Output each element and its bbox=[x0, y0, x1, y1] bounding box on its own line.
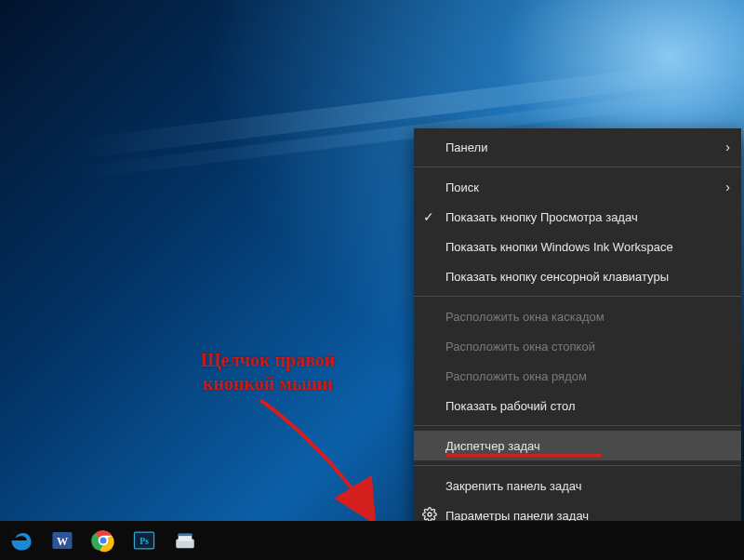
chevron-right-icon: › bbox=[725, 140, 730, 154]
ctx-label: Расположить окна стопкой bbox=[445, 340, 595, 353]
ctx-label: Показать кнопку Просмотра задач bbox=[445, 210, 638, 224]
annotation-arrow bbox=[242, 389, 391, 538]
taskbar-context-menu: Панели › Поиск › ✓ Показать кнопку Просм… bbox=[414, 128, 741, 534]
menu-separator bbox=[414, 167, 741, 167]
ctx-show-desktop[interactable]: Показать рабочий стол bbox=[414, 391, 741, 420]
chrome-icon bbox=[91, 528, 115, 553]
ctx-task-manager[interactable]: Диспетчер задач bbox=[414, 431, 741, 460]
scanner-icon bbox=[173, 528, 197, 553]
annotation-underline bbox=[445, 454, 602, 457]
ctx-label: Показать рабочий стол bbox=[445, 399, 575, 413]
desktop-wallpaper[interactable]: Щелчок правой кнопкой мыши Панели › Поис… bbox=[0, 0, 744, 560]
taskbar-chrome[interactable] bbox=[87, 525, 119, 556]
edge-icon bbox=[9, 528, 33, 553]
ctx-show-taskview[interactable]: ✓ Показать кнопку Просмотра задач bbox=[414, 202, 741, 232]
ctx-stack: Расположить окна стопкой bbox=[414, 331, 741, 361]
menu-separator bbox=[414, 425, 741, 426]
ctx-show-touchkb[interactable]: Показать кнопку сенсорной клавиатуры bbox=[414, 261, 741, 291]
menu-separator bbox=[414, 296, 741, 297]
ctx-label: Расположить окна рядом bbox=[445, 369, 587, 383]
ctx-label: Закрепить панель задач bbox=[445, 479, 582, 493]
svg-text:Ps: Ps bbox=[140, 536, 149, 546]
ctx-show-ink[interactable]: Показать кнопки Windows Ink Workspace bbox=[414, 232, 741, 261]
ctx-lock-taskbar[interactable]: Закрепить панель задач bbox=[414, 471, 741, 500]
ctx-cascade: Расположить окна каскадом bbox=[414, 301, 741, 331]
ctx-sidebyside: Расположить окна рядом bbox=[414, 361, 741, 391]
taskbar-edge[interactable] bbox=[6, 525, 37, 556]
ctx-label: Показать кнопку сенсорной клавиатуры bbox=[445, 270, 669, 284]
word-icon: W bbox=[50, 528, 74, 553]
taskbar-photoshop[interactable]: Ps bbox=[128, 525, 160, 556]
annotation-line: Щелчок правой bbox=[201, 350, 336, 370]
taskbar-scanner[interactable] bbox=[169, 525, 201, 556]
svg-point-0 bbox=[428, 513, 432, 516]
svg-rect-10 bbox=[179, 534, 193, 536]
check-icon: ✓ bbox=[423, 209, 434, 224]
ctx-label: Панели bbox=[445, 140, 487, 154]
taskbar-word[interactable]: W bbox=[46, 525, 78, 556]
chevron-right-icon: › bbox=[725, 180, 730, 194]
photoshop-icon: Ps bbox=[132, 528, 156, 553]
ctx-label: Поиск bbox=[445, 180, 479, 194]
ctx-search[interactable]: Поиск › bbox=[414, 172, 741, 202]
svg-text:W: W bbox=[57, 535, 68, 548]
ctx-label: Диспетчер задач bbox=[445, 439, 540, 453]
taskbar[interactable]: W Ps bbox=[0, 521, 744, 560]
menu-separator bbox=[414, 465, 741, 466]
annotation-line: кнопкой мыши bbox=[203, 373, 333, 393]
ctx-panels[interactable]: Панели › bbox=[414, 132, 741, 162]
ctx-label: Расположить окна каскадом bbox=[445, 310, 604, 324]
ctx-label: Показать кнопки Windows Ink Workspace bbox=[445, 240, 673, 254]
annotation-text: Щелчок правой кнопкой мыши bbox=[166, 349, 370, 395]
